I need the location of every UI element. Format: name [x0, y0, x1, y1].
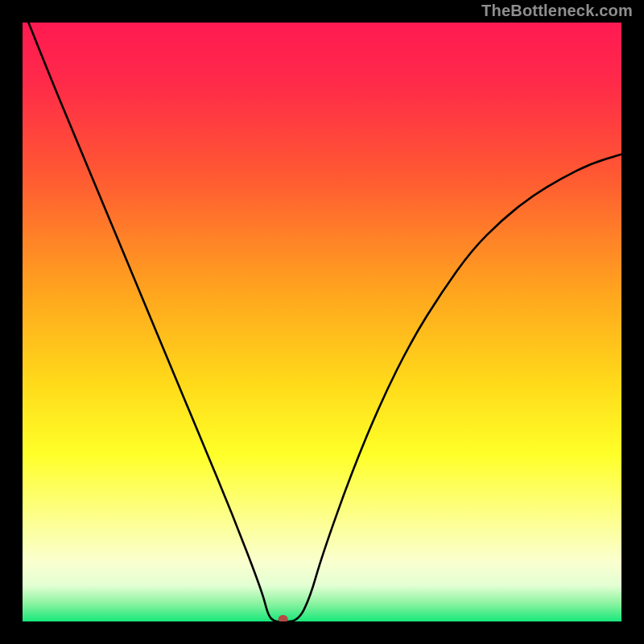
- gradient-background: [23, 23, 621, 621]
- plot-area: [23, 23, 621, 621]
- bottleneck-chart: [23, 23, 621, 621]
- watermark-text: TheBottleneck.com: [481, 2, 633, 20]
- chart-container: TheBottleneck.com: [0, 0, 644, 644]
